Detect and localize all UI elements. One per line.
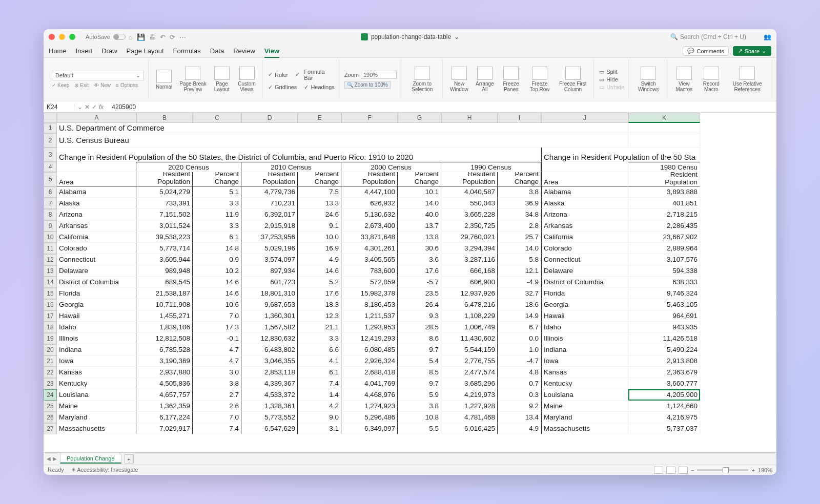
pop-2010[interactable]: 3,574,097 xyxy=(241,254,298,265)
pop-1990[interactable]: 2,776,755 xyxy=(441,355,498,367)
cancel-formula-icon[interactable]: ✕ xyxy=(85,103,90,111)
pop-2010[interactable]: 4,533,372 xyxy=(241,389,298,401)
state-name[interactable]: Arizona xyxy=(57,209,136,220)
pop-1980[interactable]: 401,851 xyxy=(628,198,700,209)
freeze-first-col-button[interactable]: Freeze First Column xyxy=(557,67,589,92)
sheet-view-select[interactable]: Default⌄ xyxy=(52,71,144,80)
row-header[interactable]: 17 xyxy=(44,310,57,322)
state-name-2[interactable]: California xyxy=(541,232,628,243)
pct-2020[interactable]: 2.7 xyxy=(193,389,241,401)
pop-2010[interactable]: 1,328,361 xyxy=(241,401,298,412)
column-header[interactable]: A xyxy=(57,113,136,123)
state-name[interactable]: Connecticut xyxy=(57,254,136,265)
pct-2020[interactable]: 5.1 xyxy=(193,186,241,198)
row-header[interactable]: 27 xyxy=(44,423,57,434)
pct-2010[interactable]: 12.3 xyxy=(298,310,341,322)
pct-2020[interactable]: 0.9 xyxy=(193,254,241,265)
pop-1990[interactable]: 6,016,425 xyxy=(441,423,498,434)
pct-2000[interactable]: -5.7 xyxy=(398,277,441,288)
pop-2010[interactable]: 6,483,802 xyxy=(241,344,298,355)
new-button[interactable]: 👁 New xyxy=(94,82,111,88)
switch-windows-button[interactable]: Switch Windows xyxy=(634,67,663,92)
pop-2010[interactable]: 710,231 xyxy=(241,198,298,209)
pop-2020[interactable]: 5,773,714 xyxy=(136,243,193,254)
state-name[interactable]: Idaho xyxy=(57,322,136,333)
pct-2010[interactable]: 16.9 xyxy=(298,243,341,254)
formula-bar-checkbox[interactable]: ✓ Formula Bar xyxy=(295,69,335,81)
pct-2010[interactable]: 7.5 xyxy=(298,186,341,198)
pop-2010[interactable]: 5,029,196 xyxy=(241,243,298,254)
pop-1980[interactable]: 4,205,900 xyxy=(628,389,700,401)
pop-2020[interactable]: 733,391 xyxy=(136,198,193,209)
pop-2000[interactable]: 5,130,632 xyxy=(341,209,398,220)
pop-1990[interactable]: 606,900 xyxy=(441,277,498,288)
state-name[interactable]: Illinois xyxy=(57,333,136,344)
state-name[interactable]: California xyxy=(57,232,136,243)
view-macros-button[interactable]: View Macros xyxy=(672,67,695,92)
pop-2000[interactable]: 4,447,100 xyxy=(341,186,398,198)
pct-1990[interactable]: 14.0 xyxy=(498,243,541,254)
column-header[interactable]: B xyxy=(136,113,193,123)
pct-2000[interactable]: 17.6 xyxy=(398,265,441,277)
row-header[interactable]: 13 xyxy=(44,265,57,277)
state-name-2[interactable]: Arizona xyxy=(541,209,628,220)
state-name[interactable]: Arkansas xyxy=(57,220,136,232)
column-header[interactable]: I xyxy=(498,113,541,123)
pct-2020[interactable]: 11.9 xyxy=(193,209,241,220)
state-name-2[interactable]: District of Columbia xyxy=(541,277,628,288)
cell[interactable] xyxy=(628,123,700,133)
save-icon[interactable]: 💾 xyxy=(137,33,145,41)
row-header[interactable]: 11 xyxy=(44,243,57,254)
pop-2020[interactable]: 6,785,528 xyxy=(136,344,193,355)
row-header[interactable]: 24 xyxy=(44,389,57,401)
state-name[interactable]: Alaska xyxy=(57,198,136,209)
column-header[interactable]: H xyxy=(441,113,498,123)
pop-2000[interactable]: 783,600 xyxy=(341,265,398,277)
hide-checkbox[interactable]: ▭ Hide xyxy=(599,76,624,83)
pop-1990[interactable]: 2,350,725 xyxy=(441,220,498,232)
headings-checkbox[interactable]: ✓ Headings xyxy=(304,84,334,91)
pct-1990[interactable]: 9.2 xyxy=(498,401,541,412)
pct-2020[interactable]: 3.3 xyxy=(193,198,241,209)
row-header[interactable]: 22 xyxy=(44,367,57,378)
accept-formula-icon[interactable]: ✓ xyxy=(92,103,97,111)
row-header[interactable]: 14 xyxy=(44,277,57,288)
pct-2000[interactable]: 3.8 xyxy=(398,401,441,412)
column-header[interactable]: E xyxy=(298,113,341,123)
pop-2010[interactable]: 5,773,552 xyxy=(241,412,298,423)
pop-1990[interactable]: 3,665,228 xyxy=(441,209,498,220)
pct-2000[interactable]: 28.5 xyxy=(398,322,441,333)
percent-change-header[interactable]: PercentChange xyxy=(498,172,541,186)
percent-change-header[interactable]: PercentChange xyxy=(298,172,341,186)
pop-2010[interactable]: 6,392,017 xyxy=(241,209,298,220)
pct-1990[interactable]: 25.7 xyxy=(498,232,541,243)
pop-1990[interactable]: 6,478,216 xyxy=(441,299,498,310)
pct-2020[interactable]: -0.1 xyxy=(193,333,241,344)
column-header[interactable]: K xyxy=(628,113,700,123)
pct-2010[interactable]: 24.6 xyxy=(298,209,341,220)
menu-formulas[interactable]: Formulas xyxy=(173,47,201,55)
state-name-2[interactable]: Arkansas xyxy=(541,220,628,232)
pop-2020[interactable]: 7,151,502 xyxy=(136,209,193,220)
page-break-preview-button[interactable]: Page Break Preview xyxy=(177,67,208,92)
row-header[interactable]: 18 xyxy=(44,322,57,333)
pop-1980[interactable]: 23,667,902 xyxy=(628,232,700,243)
pop-2000[interactable]: 5,296,486 xyxy=(341,412,398,423)
row-header[interactable]: 4 xyxy=(44,162,57,172)
pop-2000[interactable]: 6,080,485 xyxy=(341,344,398,355)
pop-2010[interactable]: 2,915,918 xyxy=(241,220,298,232)
collab-icon[interactable]: 👥 xyxy=(764,33,771,40)
pop-1980[interactable]: 11,426,518 xyxy=(628,333,700,344)
freeze-top-row-button[interactable]: Freeze Top Row xyxy=(526,67,553,92)
pop-2000[interactable]: 15,982,378 xyxy=(341,288,398,299)
state-name[interactable]: Iowa xyxy=(57,355,136,367)
resident-pop-header[interactable]: ResidentPopulation xyxy=(628,172,700,186)
column-header[interactable]: J xyxy=(541,113,628,123)
pop-2020[interactable]: 4,657,757 xyxy=(136,389,193,401)
row-header[interactable]: 21 xyxy=(44,355,57,367)
pct-2000[interactable]: 9.7 xyxy=(398,344,441,355)
state-name[interactable]: Massachusetts xyxy=(57,423,136,434)
pop-2010[interactable]: 9,687,653 xyxy=(241,299,298,310)
pct-2020[interactable]: 10.6 xyxy=(193,299,241,310)
area-header-2[interactable]: Area xyxy=(541,172,628,186)
